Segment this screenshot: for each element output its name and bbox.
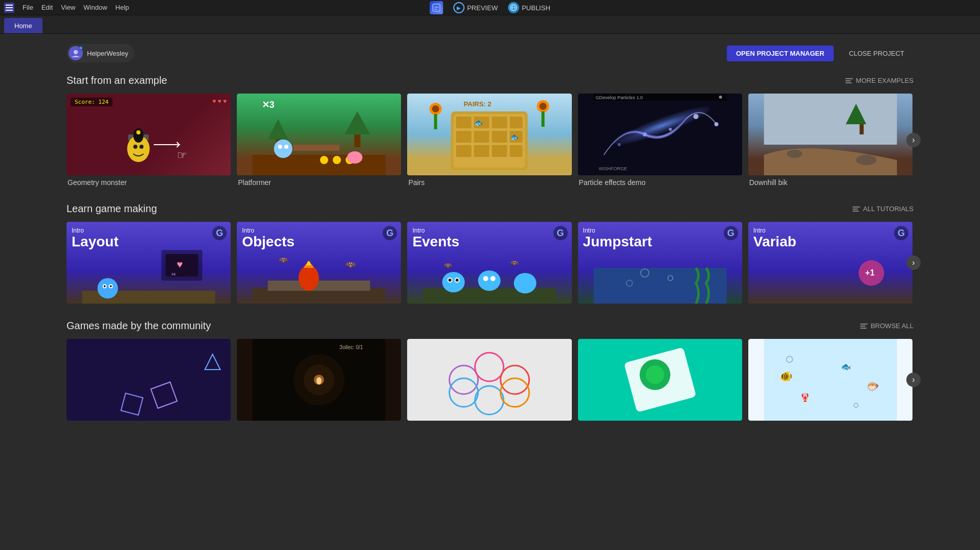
example-thumb-platformer: ✕3 — [237, 94, 401, 175]
svg-point-78 — [299, 265, 319, 291]
svg-rect-45 — [474, 145, 489, 157]
avatar — [69, 46, 83, 60]
tutorials-title: Learn game making — [66, 203, 157, 215]
svg-rect-19 — [294, 145, 340, 151]
svg-marker-16 — [345, 111, 370, 134]
svg-rect-60 — [764, 94, 897, 145]
svg-point-22 — [284, 145, 288, 149]
tutorial-thumb-jumpstart: Intro Jumpstart G — [578, 222, 742, 304]
example-thumb-pairs: 🐟 🐟 PAIRS: 2 — [407, 94, 571, 175]
menu-edit[interactable]: Edit — [41, 4, 53, 11]
all-tutorials-link[interactable]: ALL TUTORIALS — [853, 205, 914, 213]
preview-play-icon: ▶ — [453, 2, 464, 13]
svg-rect-38 — [492, 117, 507, 128]
svg-point-51 — [642, 132, 647, 136]
tutorial-thumb-variables: Intro Variab G +1 — [748, 222, 912, 304]
svg-point-88 — [483, 276, 488, 281]
community-card-1[interactable] — [66, 339, 231, 421]
tutorial-card-objects[interactable]: Intro Objects G — [237, 222, 401, 304]
community-cards-container: Зollec: 0/1 — [66, 339, 914, 421]
app-menu-icon[interactable] — [4, 3, 14, 13]
community-card-4[interactable] — [578, 339, 742, 421]
svg-rect-62 — [859, 124, 863, 134]
svg-text:🦇: 🦇 — [443, 261, 453, 270]
svg-text:WISHFORGE: WISHFORGE — [598, 166, 627, 171]
tutorial-card-events[interactable]: Intro Events G — [407, 222, 571, 304]
tutorials-next-arrow[interactable]: › — [906, 256, 921, 270]
tutorial-card-layout[interactable]: Intro Layout G ♥ — [66, 222, 231, 304]
main-content: HelperWesley OPEN PROJECT MANAGER CLOSE … — [0, 34, 980, 447]
browse-all-link[interactable]: BROWSE ALL — [860, 322, 914, 330]
svg-point-9 — [133, 145, 138, 149]
example-card-particle-effects[interactable]: WISHFORGE GDevelop Particles 1.0 Particl… — [578, 94, 742, 187]
svg-point-82 — [442, 272, 465, 292]
community-section: Games made by the community BROWSE ALL — [66, 320, 914, 421]
tutorial-thumb-layout: Intro Layout G ♥ — [66, 222, 231, 304]
svg-text:+1: +1 — [865, 268, 874, 277]
svg-rect-1 — [434, 7, 438, 8]
tutorials-list-icon — [853, 207, 860, 212]
example-card-downhill-bike[interactable]: G Downhill bik — [748, 94, 912, 187]
publish-button[interactable]: PUBLISH — [508, 2, 550, 13]
more-examples-link[interactable]: MORE EXAMPLES — [845, 77, 914, 84]
svg-marker-14 — [268, 119, 288, 140]
community-section-header: Games made by the community BROWSE ALL — [66, 320, 914, 332]
close-project-button[interactable]: CLOSE PROJECT — [840, 45, 914, 61]
svg-point-54 — [617, 143, 620, 146]
examples-next-arrow[interactable]: › — [906, 133, 921, 147]
tab-home[interactable]: Home — [4, 18, 42, 33]
menu-view[interactable]: View — [61, 4, 75, 11]
menu-items: File Edit View Window Help — [23, 4, 129, 11]
examples-cards-container: Score: 124 ♥ ♥ ♥ — [66, 94, 914, 187]
preview-button[interactable]: ▶ PREVIEW — [453, 2, 498, 13]
community-thumb-3 — [407, 339, 571, 421]
svg-rect-17 — [354, 134, 361, 147]
svg-point-59 — [719, 96, 722, 99]
svg-text:🐟: 🐟 — [474, 119, 483, 127]
svg-point-55 — [714, 122, 718, 126]
svg-point-12 — [137, 130, 141, 134]
svg-point-71 — [98, 278, 118, 299]
svg-text:🦇: 🦇 — [278, 255, 288, 265]
svg-text:☞: ☞ — [177, 149, 187, 162]
example-label-downhill-bike: Downhill bik — [748, 178, 912, 187]
svg-rect-99 — [82, 339, 215, 421]
svg-point-107 — [317, 377, 322, 384]
example-label-pairs: Pairs — [407, 178, 571, 187]
svg-point-74 — [104, 285, 106, 287]
community-card-3[interactable] — [407, 339, 571, 421]
svg-text:Hi: Hi — [172, 272, 176, 277]
svg-rect-41 — [474, 131, 489, 143]
svg-rect-40 — [456, 131, 472, 143]
community-thumb-1 — [66, 339, 231, 421]
open-project-manager-button[interactable]: OPEN PROJECT MANAGER — [727, 45, 834, 61]
tutorial-card-jumpstart[interactable]: Intro Jumpstart G — [578, 222, 742, 304]
svg-rect-39 — [510, 117, 523, 128]
svg-text:🐡: 🐡 — [866, 380, 879, 393]
community-card-5[interactable]: 🐠 🦞 🐟 🐡 — [748, 339, 912, 421]
menu-window[interactable]: Window — [83, 4, 107, 11]
svg-text:🦞: 🦞 — [799, 393, 810, 402]
svg-point-6 — [74, 50, 78, 54]
tutorials-section-header: Learn game making ALL TUTORIALS — [66, 203, 914, 215]
svg-text:🐠: 🐠 — [779, 370, 792, 382]
community-card-2[interactable]: Зollec: 0/1 — [237, 339, 401, 421]
svg-rect-47 — [510, 145, 523, 157]
tutorial-card-variables[interactable]: Intro Variab G +1 — [748, 222, 912, 304]
menu-help[interactable]: Help — [116, 4, 129, 11]
menu-file[interactable]: File — [23, 4, 33, 11]
user-info[interactable]: HelperWesley — [66, 44, 135, 62]
community-next-arrow[interactable]: › — [906, 373, 921, 387]
svg-text:🦇: 🦇 — [345, 259, 357, 270]
example-label-geometry-monster: Geometry monster — [66, 178, 231, 187]
header-buttons: OPEN PROJECT MANAGER CLOSE PROJECT — [727, 45, 914, 61]
svg-point-29 — [432, 105, 439, 112]
example-card-platformer[interactable]: ✕3 Platformer — [237, 94, 401, 187]
community-title: Games made by the community — [66, 320, 211, 332]
example-card-pairs[interactable]: 🐟 🐟 PAIRS: 2 Pairs — [407, 94, 571, 187]
title-center: ▶ PREVIEW PUBLISH — [430, 0, 550, 15]
example-card-geometry-monster[interactable]: Score: 124 ♥ ♥ ♥ — [66, 94, 231, 187]
top-bar: File Edit View Window Help ▶ PREVIEW — [0, 0, 980, 15]
svg-point-75 — [110, 285, 112, 287]
svg-point-89 — [491, 276, 496, 281]
